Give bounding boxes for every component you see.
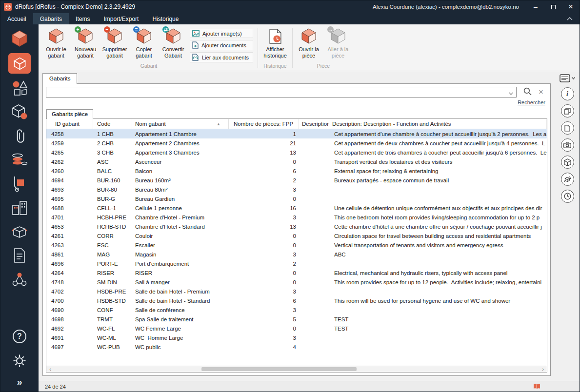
column-header-description[interactable]: Description (299, 119, 329, 129)
search-input[interactable] (46, 88, 508, 97)
cell-desc2: This room will be used for personal hyge… (329, 296, 547, 305)
column-header-code[interactable]: Code (93, 119, 132, 129)
tab-accueil[interactable]: Accueil (0, 13, 33, 24)
sidebar-item-attachments[interactable] (8, 127, 31, 145)
table-row[interactable]: 4688CELL-1Cellule 1 personne16Une cellul… (46, 203, 547, 213)
table-row[interactable]: 4260BALCBalcon6External space for; relax… (46, 166, 547, 176)
open-template-button[interactable]: Ouvrir le gabarit (41, 26, 71, 59)
documents-panel-button[interactable] (561, 121, 574, 135)
cell-fpp: 3 (229, 287, 299, 296)
group-label-gabarit: Gabarit (41, 63, 256, 71)
sidebar-item-items[interactable] (8, 79, 31, 98)
tab-import-export[interactable]: Import/Export (97, 13, 145, 24)
goto-room-button[interactable]: → Aller à la pièce (323, 26, 353, 59)
table-row[interactable]: 4694BUR-160Bureau 160m²2Bureaux partagés… (46, 176, 547, 185)
table-row[interactable]: 4702HSDB-PRESalle de bain Hotel - Premiu… (46, 287, 547, 296)
table-row[interactable]: 42653 CHBAppartement 3 Chambres13Cet app… (46, 148, 547, 157)
table-row[interactable]: 4698TRMTSpa Salle de traitement5TEST (46, 314, 547, 324)
add-documents-button[interactable]: Ajouter documents (190, 40, 253, 50)
collapse-ribbon-button[interactable] (560, 13, 580, 24)
table-row[interactable]: 4690CONFSalle de conférence3 (46, 305, 547, 314)
cell-desc (299, 148, 329, 157)
info-button[interactable]: i (561, 87, 574, 100)
table-row[interactable]: 4696PORT-EPort d'embarquement2 (46, 259, 547, 268)
panel-layout-button[interactable] (560, 74, 575, 82)
tab-historique[interactable]: Historique (145, 13, 185, 24)
book-icon[interactable] (533, 383, 540, 390)
sidebar-item-organization[interactable] (8, 270, 31, 289)
group-label-historique: Historique (260, 63, 291, 71)
table-row[interactable]: 42581 CHBAppartement 1 Chambre1Cet appar… (46, 129, 547, 138)
delete-template-button[interactable]: − Supprimer gabarit (100, 26, 129, 59)
sidebar-item-logistics[interactable] (8, 175, 31, 193)
sidebar-item-finance[interactable] (8, 151, 31, 169)
add-images-button[interactable]: Ajouter image(s) (190, 29, 253, 38)
scrollbar-thumb[interactable] (201, 367, 357, 371)
table-row[interactable]: 42592 CHBAppartement 2 Chambres21Cet app… (46, 138, 547, 148)
tab-gabarits-piece[interactable]: Gabarits pièce (46, 109, 93, 119)
table-row[interactable]: 4700HSDB-STDSalle de bain Hotel - Standa… (46, 296, 547, 305)
table-row[interactable]: 4748SM-DINSall à manger0This room provid… (46, 277, 547, 287)
table-row[interactable]: 4263ESCEscalier0Vertical transportation … (46, 240, 547, 250)
new-template-button[interactable]: + Nouveau gabarit (71, 26, 100, 59)
model-panel-button[interactable] (561, 156, 574, 169)
cell-fpp: 3 (229, 333, 299, 342)
search-icon (523, 87, 532, 96)
history-panel-button[interactable] (561, 190, 574, 203)
sidebar-item-products[interactable] (8, 103, 31, 121)
copy-template-button[interactable]: = Copier gabarit (129, 26, 159, 59)
open-room-button[interactable]: Ouvrir la pièce (294, 26, 323, 59)
sidebar-item-reports[interactable] (8, 246, 31, 265)
table-row[interactable]: 4262ASCAscenceur0Transport vertical des … (46, 157, 547, 166)
table-row[interactable]: 4861MAGMagasin3ABC (46, 250, 547, 259)
tab-items[interactable]: Items (69, 13, 97, 24)
images-panel-button[interactable] (561, 138, 574, 152)
sidebar-item-catalog[interactable] (8, 222, 31, 241)
cell-fpp: 0 (229, 268, 299, 277)
sidebar-item-templates[interactable] (8, 53, 31, 74)
column-header-fpp[interactable]: Nombre de pièces: FPP (229, 119, 299, 129)
cell-desc2: Cet appartement d'une chambre à coucher … (329, 129, 547, 138)
cell-id: 4690 (46, 305, 93, 314)
cell-fpp: 13 (229, 222, 299, 231)
maximize-button[interactable] (544, 0, 562, 13)
sidebar-logo[interactable] (8, 29, 31, 48)
document-tab-gabarits[interactable]: Gabarits (42, 73, 77, 84)
table-row[interactable]: 4264RISERRISER0Electrical, mechanical an… (46, 268, 547, 277)
search-button[interactable] (523, 87, 532, 98)
convert-template-button[interactable]: ⇄ Convertir Gabarit (159, 26, 188, 59)
table-row[interactable]: 4691WC-MLWC Homme Large3 (46, 333, 547, 342)
cell-name: Port d'embarquement (132, 259, 229, 268)
horizontal-scrollbar[interactable]: ‹ › (46, 366, 547, 372)
search-dropdown-button[interactable] (508, 87, 516, 97)
table-row[interactable]: 4695BUR-GBureau Gardien0 (46, 194, 547, 203)
table-row[interactable]: 4261CORRCouloir0Circulation space for tr… (46, 231, 547, 240)
close-button[interactable]: × (562, 0, 580, 13)
table-row[interactable]: 4653HCHB-STDChambre d'Hotel - Standard13… (46, 222, 547, 231)
clear-search-button[interactable]: × (539, 89, 543, 96)
sidebar-item-buildings[interactable] (8, 198, 31, 217)
panel-layout-icon (560, 74, 570, 82)
sidebar-item-help[interactable]: ? (8, 327, 31, 346)
scroll-right-icon[interactable]: › (539, 367, 547, 372)
minimize-button[interactable]: – (527, 0, 544, 13)
rechercher-link[interactable]: Rechercher (518, 99, 545, 106)
table-row[interactable]: 4692WC-FLWC Femme Large0TEST (46, 324, 547, 333)
tab-gabarits[interactable]: Gabarits (33, 13, 69, 24)
cell-code: WC-PUB (93, 342, 132, 352)
scroll-left-icon[interactable]: ‹ (46, 367, 54, 372)
sync-model-button[interactable] (561, 173, 574, 186)
column-header-id[interactable]: ID gabarit (46, 119, 93, 129)
table-row[interactable]: 4701HCBH-PREChambre d'Hotel - Premium3Th… (46, 213, 547, 222)
table-row[interactable]: 4697WC-PUBWC public4 (46, 342, 547, 352)
cell-desc2: Circulation space for travel between bui… (329, 231, 547, 240)
link-documents-button[interactable]: Lier aux documents (190, 52, 253, 62)
copy-panel-button[interactable] (561, 104, 574, 118)
content-area: Gabarits (39, 71, 555, 381)
show-history-button[interactable]: Afficher historique (260, 26, 291, 59)
sidebar-item-settings[interactable] (8, 352, 31, 370)
sidebar-expand-button[interactable]: » (8, 376, 31, 388)
column-header-name[interactable]: Nom gabarit▲ (132, 119, 229, 129)
column-header-description-function[interactable]: Description: Description - Function and … (329, 119, 547, 129)
table-row[interactable]: 4693BUR-80Bureau 80m²3 (46, 185, 547, 194)
